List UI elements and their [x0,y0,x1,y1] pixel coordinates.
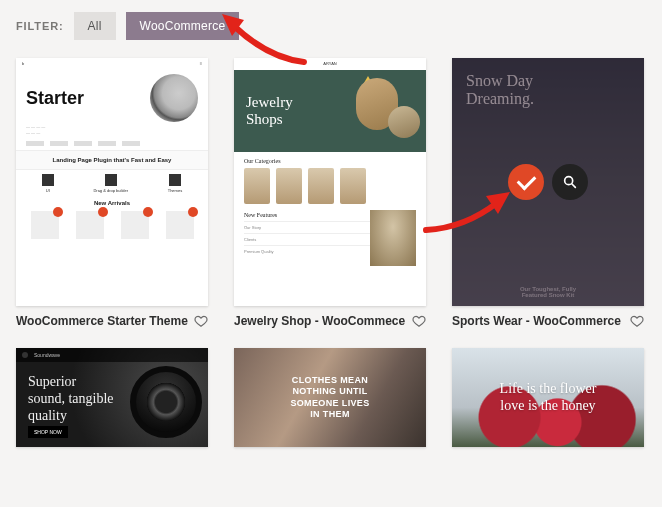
shoe-image [150,74,198,122]
theme-thumbnail[interactable]: b≡ Starter — — — —— — — Landing Page Plu… [16,58,208,306]
theme-thumbnail[interactable]: Snow Day Dreaming. Our Toughest, Fully F… [452,58,644,306]
theme-card: b≡ Starter — — — —— — — Landing Page Plu… [16,58,208,328]
magnify-icon [562,174,578,190]
favorite-icon[interactable] [194,314,208,328]
theme-thumbnail[interactable]: CLOTHES MEAN NOTHING UNTIL SOMEONE LIVES… [234,348,426,447]
filter-all-button[interactable]: All [74,12,116,40]
svg-line-1 [572,184,575,187]
thumb-cta-button: SHOP NOW [28,426,68,438]
thumb-hero-title: Starter [26,88,84,109]
theme-card: Snow Day Dreaming. Our Toughest, Fully F… [452,58,644,328]
thumb-section-title: New Arrivals [16,197,208,209]
filter-woocommerce-button[interactable]: WooCommerce [126,12,240,40]
thumb-band-text: Landing Page Plugin that's Fast and Easy [20,157,204,163]
thumb-section-title: Our Categories [234,152,426,166]
filter-bar: FILTER: All WooCommerce [16,12,646,40]
theme-thumbnail[interactable]: ARYAN Jewelry Shops Our Categories New F… [234,58,426,306]
logo-icon [22,352,28,358]
select-theme-button[interactable] [508,164,544,200]
thumb-brand: ARYAN [234,58,426,70]
theme-thumbnail[interactable]: Life is the flower love is the honey [452,348,644,447]
favorite-icon[interactable] [630,314,644,328]
preview-theme-button[interactable] [552,164,588,200]
favorite-icon[interactable] [412,314,426,328]
filter-label: FILTER: [16,20,64,32]
theme-hover-overlay [452,58,644,306]
theme-caption: WooCommerce Starter Theme [16,314,188,328]
theme-caption: Sports Wear - WooCommerce [452,314,621,328]
theme-card: CLOTHES MEAN NOTHING UNTIL SOMEONE LIVES… [234,348,426,447]
theme-card: Soundwave Superior sound, tangible quali… [16,348,208,447]
theme-caption: Jewelry Shop - WooCommece [234,314,405,328]
model-image [388,106,420,138]
headphones-image [130,366,202,438]
theme-card: ARYAN Jewelry Shops Our Categories New F… [234,58,426,328]
theme-grid: b≡ Starter — — — —— — — Landing Page Plu… [16,58,646,447]
jewelry-image [370,210,416,266]
theme-thumbnail[interactable]: Soundwave Superior sound, tangible quali… [16,348,208,447]
theme-card: Life is the flower love is the honey [452,348,644,447]
